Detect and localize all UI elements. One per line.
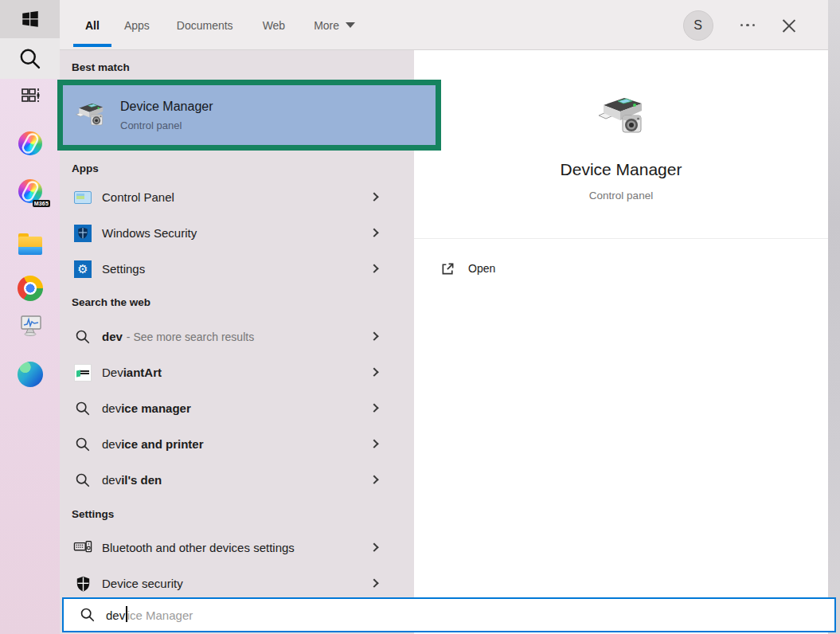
best-match-result-device-manager[interactable]: Device Manager Control panel <box>57 80 441 151</box>
web-result-device-and-printer[interactable]: device and printer <box>60 426 414 462</box>
tab-documents[interactable]: Documents <box>177 19 233 32</box>
preview-subtitle: Control panel <box>414 190 828 202</box>
file-explorer-button[interactable] <box>0 228 60 263</box>
taskbar: M365 <box>0 0 60 634</box>
more-options-button[interactable] <box>740 24 756 27</box>
best-match-subtitle: Control panel <box>120 119 213 131</box>
typed-query: dev <box>106 609 125 622</box>
apps-section-header: Apps <box>72 162 414 177</box>
control-panel-icon <box>73 188 92 207</box>
tab-more[interactable]: More <box>314 19 355 32</box>
search-icon <box>80 607 96 623</box>
device-manager-icon <box>74 100 106 131</box>
search-flyout-header: All Apps Documents Web More S <box>60 0 828 50</box>
open-label: Open <box>468 262 495 275</box>
settings-gear-icon: ⚙ <box>73 260 92 279</box>
task-manager-icon <box>18 313 43 337</box>
deviantart-icon <box>73 363 92 382</box>
task-view-icon <box>19 84 41 107</box>
filter-tabs: All Apps Documents Web More <box>85 0 355 50</box>
task-manager-button[interactable] <box>0 307 60 342</box>
m365-badge: M365 <box>33 200 50 207</box>
user-avatar[interactable]: S <box>683 10 713 41</box>
chevron-right-icon[interactable] <box>369 578 378 587</box>
preview-title: Device Manager <box>414 160 828 179</box>
search-icon <box>73 435 92 454</box>
search-icon <box>73 399 92 418</box>
settings-section-header: Settings <box>72 508 414 522</box>
search-icon <box>73 327 92 346</box>
result-windows-security[interactable]: Windows Security <box>60 215 414 251</box>
chrome-button[interactable] <box>0 271 60 306</box>
best-match-title: Device Manager <box>120 100 213 114</box>
device-manager-icon-large <box>595 92 647 139</box>
windows-security-icon <box>73 224 92 243</box>
active-tab-underline <box>73 44 111 47</box>
device-security-shield-icon <box>73 574 92 593</box>
taskbar-search-button[interactable] <box>0 38 60 79</box>
result-settings[interactable]: ⚙ Settings <box>60 251 414 287</box>
chevron-down-icon <box>346 22 355 28</box>
copilot-icon <box>18 131 42 155</box>
search-input[interactable]: device Manager <box>62 597 836 632</box>
result-label: Device security <box>102 577 183 590</box>
chevron-right-icon[interactable] <box>369 475 378 483</box>
search-icon <box>18 47 42 71</box>
web-result-dev[interactable]: dev- See more search results <box>60 319 414 354</box>
chevron-right-icon[interactable] <box>369 264 378 272</box>
tab-all[interactable]: All <box>85 19 100 32</box>
tab-more-label: More <box>314 19 339 32</box>
chevron-right-icon[interactable] <box>369 192 378 201</box>
open-external-icon <box>440 261 455 276</box>
preview-divider <box>414 238 828 239</box>
close-icon[interactable] <box>782 18 796 33</box>
m365-copilot-button[interactable]: M365 <box>0 174 60 209</box>
best-match-header: Best match <box>72 61 414 76</box>
result-label: Settings <box>102 262 145 276</box>
result-label: Windows Security <box>102 226 197 240</box>
tab-apps[interactable]: Apps <box>124 19 150 32</box>
result-device-security[interactable]: Device security <box>60 566 414 601</box>
edge-button[interactable] <box>0 357 60 392</box>
result-bluetooth-devices-settings[interactable]: Bluetooth and other devices settings <box>60 530 414 566</box>
web-result-device-manager[interactable]: device manager <box>60 390 414 426</box>
search-icon <box>73 471 92 490</box>
tab-all-label: All <box>85 19 100 32</box>
task-view-button[interactable] <box>0 78 60 113</box>
result-label: Control Panel <box>102 190 174 204</box>
copilot-button[interactable] <box>0 126 60 161</box>
chevron-right-icon[interactable] <box>369 228 378 237</box>
autocomplete-suggestion: ice Manager <box>127 609 193 622</box>
desktop-edge <box>828 0 840 634</box>
bluetooth-devices-icon <box>73 538 92 558</box>
chevron-right-icon[interactable] <box>369 331 378 340</box>
result-label: Bluetooth and other devices settings <box>102 541 295 554</box>
chevron-right-icon[interactable] <box>369 367 378 376</box>
open-action[interactable]: Open <box>414 260 828 277</box>
preview-panel: Device Manager Control panel Open <box>414 50 828 634</box>
result-control-panel[interactable]: Control Panel <box>60 179 414 215</box>
chevron-right-icon[interactable] <box>369 403 378 412</box>
chevron-right-icon[interactable] <box>369 542 378 551</box>
web-result-deviantart[interactable]: DeviantArt <box>60 354 414 390</box>
start-button[interactable] <box>0 0 60 38</box>
chevron-right-icon[interactable] <box>369 439 378 448</box>
web-section-header: Search the web <box>72 296 414 311</box>
edge-icon <box>18 362 43 387</box>
windows-logo-icon <box>20 9 41 29</box>
file-explorer-icon <box>18 237 42 255</box>
chrome-icon <box>18 276 43 301</box>
tab-web[interactable]: Web <box>263 19 286 32</box>
web-result-devils-den[interactable]: devil's den <box>60 462 414 498</box>
